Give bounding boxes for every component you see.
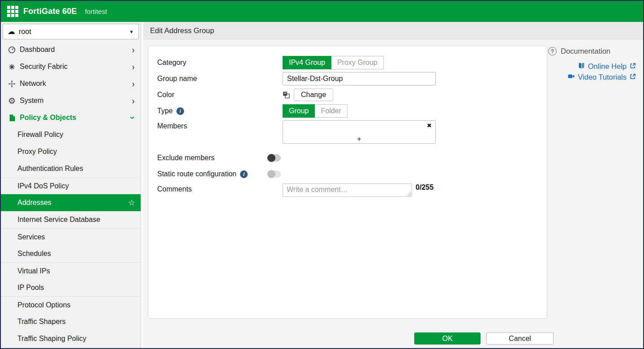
sidebar-item-ip-pools[interactable]: IP Pools: [1, 279, 141, 296]
group-name-label: Group name: [157, 75, 283, 83]
sidebar-subitem-label: Services: [17, 233, 45, 241]
sidebar-item-policy-objects[interactable]: Policy & Objects ›: [1, 109, 141, 126]
sidebar-subitem-label: Schedules: [17, 250, 51, 258]
sidebar-subitem-label: Internet Service Database: [17, 216, 100, 224]
sidebar-subitem-label: IP Pools: [17, 284, 44, 292]
clear-members-icon[interactable]: ✖: [427, 122, 432, 129]
video-tutorials-label: Video Tutorials: [578, 73, 627, 81]
sidebar-item-internet-service-database[interactable]: Internet Service Database: [1, 211, 141, 228]
category-option-proxy-group[interactable]: Proxy Group: [331, 56, 384, 69]
sidebar-item-traffic-shaping-policy[interactable]: Traffic Shaping Policy: [1, 330, 141, 347]
page-title: Edit Address Group: [150, 26, 214, 35]
sidebar-item-network[interactable]: Network ›: [1, 75, 141, 92]
vdom-select[interactable]: ☁ root ▼: [3, 24, 139, 39]
sidebar-item-authentication-rules[interactable]: Authentication Rules: [1, 160, 141, 177]
category-option-ipv4-group[interactable]: IPv4 Group: [283, 56, 331, 69]
comments-counter: 0/255: [416, 183, 434, 192]
documentation-panel: ? Documentation Online Help: [548, 47, 636, 81]
external-link-icon: [630, 62, 636, 71]
toggle-knob: [267, 154, 275, 162]
chevron-right-icon: ›: [132, 97, 135, 104]
documentation-title: ? Documentation: [548, 47, 636, 55]
page-header: Edit Address Group: [143, 22, 643, 39]
hostname-label: fortitest: [85, 8, 107, 15]
sidebar-item-firewall-policy[interactable]: Firewall Policy: [1, 126, 141, 143]
type-label-text: Type: [157, 107, 173, 115]
sidebar-subitem-label: Traffic Shapers: [17, 318, 66, 326]
category-label: Category: [157, 59, 283, 67]
color-change-button[interactable]: Change: [294, 89, 333, 101]
dashboard-icon: [7, 46, 17, 54]
sidebar-subitem-label: Firewall Policy: [17, 131, 63, 139]
group-name-input[interactable]: [283, 72, 436, 85]
fortinet-logo-icon: [7, 6, 18, 17]
app-window: FortiGate 60E fortitest ☁ root ▼ Dashboa…: [1, 1, 643, 348]
sidebar-item-label: Security Fabric: [20, 63, 132, 71]
topbar: FortiGate 60E fortitest: [1, 1, 643, 22]
members-select-box[interactable]: ✖ +: [283, 120, 436, 144]
exclude-members-toggle[interactable]: [267, 154, 281, 162]
vdom-label: root: [19, 28, 129, 36]
sidebar-subitem-label: Traffic Shaping Policy: [17, 335, 86, 343]
video-camera-icon: [568, 73, 575, 81]
sidebar-item-services[interactable]: Services: [1, 228, 141, 245]
sidebar-item-ipv4-dos-policy[interactable]: IPv4 DoS Policy: [1, 177, 141, 194]
sidebar-item-proxy-policy[interactable]: Proxy Policy: [1, 143, 141, 160]
chevron-right-icon: ›: [132, 80, 135, 87]
sidebar-subitem-label: Authentication Rules: [17, 165, 83, 173]
type-option-group[interactable]: Group: [283, 104, 315, 118]
color-label: Color: [157, 91, 283, 99]
favorite-star-icon[interactable]: ☆: [128, 198, 135, 208]
sidebar-subitem-label: Protocol Options: [17, 301, 70, 309]
form-actions: OK Cancel: [148, 332, 554, 345]
sidebar-subitem-label: Virtual IPs: [17, 267, 50, 275]
color-swatch-icon: [283, 91, 290, 98]
sidebar-item-traffic-shapers[interactable]: Traffic Shapers: [1, 313, 141, 330]
chevron-down-icon: ▼: [129, 29, 134, 34]
network-icon: [7, 80, 17, 88]
question-icon: ?: [548, 47, 557, 55]
main-content: Edit Address Group Category IPv4 Group P…: [143, 22, 643, 348]
gear-icon: ⚙: [7, 97, 17, 105]
chevron-right-icon: ›: [132, 46, 135, 53]
sidebar-item-addresses[interactable]: Addresses ☆: [1, 194, 141, 211]
add-member-icon[interactable]: +: [283, 136, 435, 143]
chevron-right-icon: ›: [132, 63, 135, 70]
type-segmented-control: Group Folder: [283, 104, 348, 118]
online-help-link[interactable]: Online Help: [578, 62, 636, 71]
ok-button[interactable]: OK: [414, 332, 481, 345]
static-route-label-text: Static route configuration: [157, 170, 236, 178]
sidebar-item-label: System: [20, 97, 132, 105]
sidebar-item-protocol-options[interactable]: Protocol Options: [1, 296, 141, 313]
documentation-title-text: Documentation: [561, 47, 610, 55]
sidebar: ☁ root ▼ Dashboard › Security Fabric ›: [1, 22, 141, 348]
sidebar-item-label: Policy & Objects: [20, 114, 132, 122]
sidebar-item-label: Dashboard: [20, 46, 132, 54]
sidebar-item-security-fabric[interactable]: Security Fabric ›: [1, 58, 141, 75]
category-segmented-control: IPv4 Group Proxy Group: [283, 56, 384, 69]
static-route-label: Static route configuration i: [157, 170, 267, 178]
static-route-toggle[interactable]: [267, 170, 281, 178]
online-help-label: Online Help: [588, 62, 627, 71]
sidebar-item-system[interactable]: ⚙ System ›: [1, 92, 141, 109]
sidebar-item-virtual-ips[interactable]: Virtual IPs: [1, 262, 141, 279]
device-title: FortiGate 60E: [23, 7, 77, 16]
policy-objects-icon: [7, 114, 17, 122]
video-tutorials-link[interactable]: Video Tutorials: [568, 73, 636, 81]
toggle-knob: [267, 170, 275, 178]
info-icon: i: [176, 107, 184, 115]
type-label: Type i: [157, 107, 283, 115]
info-icon: i: [240, 170, 248, 178]
edit-address-group-form: Category IPv4 Group Proxy Group Group na…: [148, 46, 547, 319]
comments-label: Comments: [157, 183, 283, 193]
cancel-button[interactable]: Cancel: [486, 332, 554, 345]
sidebar-item-dashboard[interactable]: Dashboard ›: [1, 41, 141, 58]
sidebar-item-label: Network: [20, 80, 132, 88]
chevron-down-icon: ›: [130, 116, 137, 119]
external-link-icon: [630, 73, 636, 81]
type-option-folder[interactable]: Folder: [315, 104, 347, 118]
sidebar-subitem-label: Addresses: [17, 199, 52, 207]
comments-textarea[interactable]: [283, 183, 412, 197]
sidebar-item-schedules[interactable]: Schedules: [1, 245, 141, 262]
sidebar-subitem-label: Proxy Policy: [17, 148, 57, 156]
